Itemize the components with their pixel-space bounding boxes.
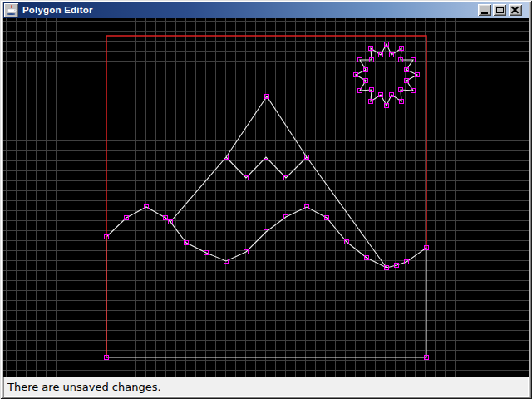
editor-canvas-svg[interactable]: [3, 18, 529, 377]
close-icon: [511, 7, 520, 14]
titlebar[interactable]: Polygon Editor: [3, 2, 529, 18]
mountain-outline-polyline[interactable]: [170, 96, 387, 268]
maximize-button[interactable]: [493, 4, 506, 16]
status-bar: There are unsaved changes.: [3, 377, 529, 397]
close-button[interactable]: [509, 4, 522, 16]
editor-canvas[interactable]: [3, 18, 529, 377]
maximize-icon: [496, 7, 504, 13]
minimize-icon: [481, 12, 488, 14]
java-coffee-cup-icon: [4, 3, 18, 17]
grid-lines: [3, 18, 529, 377]
page-title: Polygon Editor: [22, 2, 93, 18]
polygon-editor-window: Polygon Editor There are unsaved changes…: [0, 0, 532, 399]
mountain-ridge-polyline[interactable]: [226, 157, 307, 178]
red-border-polyline[interactable]: [106, 36, 426, 357]
minimize-button[interactable]: [478, 4, 491, 16]
status-message: There are unsaved changes.: [3, 381, 161, 393]
